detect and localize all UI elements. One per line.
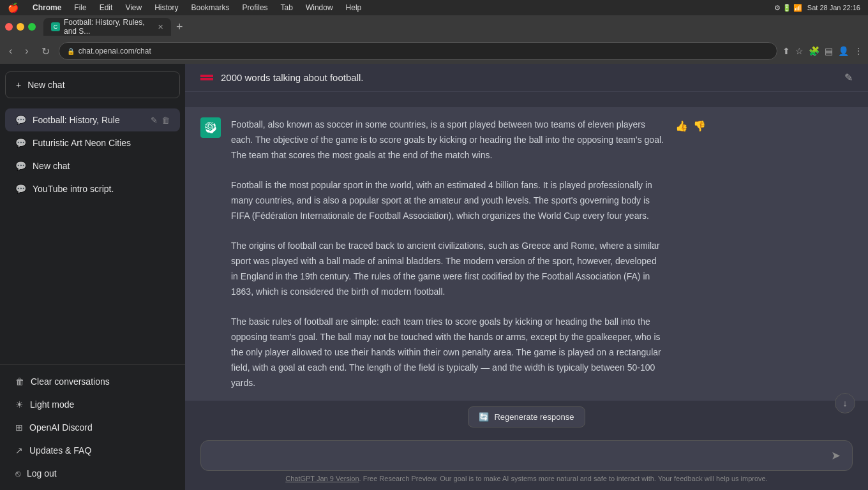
menu-window[interactable]: Window (303, 2, 336, 13)
sidebar-item-label: Football: History, Rule (33, 115, 144, 125)
menu-file[interactable]: File (71, 2, 89, 13)
menubar-left: 🍎 Chrome File Edit View History Bookmark… (8, 2, 364, 13)
external-link-icon: ↗ (15, 445, 23, 456)
sidebar: + New chat 💬 Football: History, Rule ✎ 🗑… (0, 64, 185, 490)
address-bar-row: ‹ › ↻ 🔒 chat.openai.com/chat ⬆ ☆ 🧩 ▤ 👤 ⋮ (0, 38, 868, 64)
browser-actions: ⬆ ☆ 🧩 ▤ 👤 ⋮ (782, 46, 863, 56)
menu-tab[interactable]: Tab (278, 2, 296, 13)
close-window-button[interactable] (5, 23, 13, 31)
menu-profiles[interactable]: Profiles (240, 2, 271, 13)
chat-input[interactable] (211, 450, 825, 464)
new-chat-label: New chat (27, 80, 64, 90)
disclaimer: ChatGPT Jan 9 Version. Free Research Pre… (200, 471, 853, 485)
sidebar-item-label: New chat (33, 161, 170, 171)
logout-button[interactable]: ⎋ Log out (5, 462, 180, 485)
sidebar-item-label: YouTube intro script. (33, 184, 170, 194)
tab-favicon: C (51, 22, 60, 31)
discord-button[interactable]: ⊞ OpenAI Discord (5, 416, 180, 439)
system-icons: ⚙ 🔋 📶 (774, 4, 802, 12)
share-button[interactable]: ⬆ (782, 46, 790, 56)
gpt-avatar (200, 117, 221, 138)
forward-button[interactable]: › (21, 43, 32, 59)
menu-help[interactable]: Help (343, 2, 364, 13)
clear-conversations-button[interactable]: 🗑 Clear conversations (5, 370, 180, 393)
input-box: ➤ (200, 440, 853, 471)
light-mode-button[interactable]: ☀ Light mode (5, 393, 180, 416)
chat-icon: 💬 (15, 138, 26, 148)
logout-icon: ⎋ (15, 468, 20, 479)
chat-header-right: ✎ (844, 71, 853, 84)
bookmark-button[interactable]: ☆ (795, 46, 804, 56)
discord-label: OpenAI Discord (29, 422, 93, 433)
chat-icon: 💬 (15, 161, 26, 171)
thumbs-down-button[interactable]: 👎 (693, 120, 706, 132)
chatgpt-version-link[interactable]: ChatGPT Jan 9 Version (285, 475, 359, 482)
menubar: 🍎 Chrome File Edit View History Bookmark… (0, 0, 868, 15)
paragraph-3: The origins of football can be traced ba… (231, 239, 665, 299)
edit-conversation-button[interactable]: ✎ (151, 115, 158, 125)
send-button[interactable]: ➤ (830, 447, 842, 464)
chat-header-left: 2000 words talking about football. (200, 72, 363, 83)
menu-edit[interactable]: Edit (97, 2, 116, 13)
apple-menu[interactable]: 🍎 (8, 3, 19, 13)
menu-view[interactable]: View (123, 2, 144, 13)
sidebar-item-new-chat[interactable]: 💬 New chat (5, 154, 180, 177)
clear-conversations-label: Clear conversations (31, 376, 110, 387)
message-text: Football, also known as soccer in some c… (231, 117, 665, 390)
main-content: 2000 words talking about football. ✎ Foo… (185, 64, 868, 490)
flag-icon (200, 75, 213, 80)
thumbs-up-button[interactable]: 👍 (675, 120, 688, 132)
new-tab-button[interactable]: + (174, 20, 186, 34)
input-area: ➤ ChatGPT Jan 9 Version. Free Research P… (185, 433, 868, 490)
messages-area[interactable]: Football, also known as soccer in some c… (185, 92, 868, 401)
regenerate-icon: 🔄 (479, 412, 489, 422)
sidebar-item-youtube[interactable]: 💬 YouTube intro script. (5, 177, 180, 200)
menu-bookmarks[interactable]: Bookmarks (189, 2, 232, 13)
sidebar-conversations: 💬 Football: History, Rule ✎ 🗑 💬 Futurist… (0, 106, 185, 364)
menubar-right: ⚙ 🔋 📶 Sat 28 Jan 22:16 (774, 4, 860, 12)
tab-title: Football: History, Rules, and S... (64, 18, 151, 36)
back-button[interactable]: ‹ (5, 43, 16, 59)
app-layout: + New chat 💬 Football: History, Rule ✎ 🗑… (0, 64, 868, 490)
faq-label: Updates & FAQ (29, 445, 91, 456)
light-mode-label: Light mode (30, 399, 74, 410)
logout-label: Log out (27, 468, 57, 479)
tab-bar: C Football: History, Rules, and S... ✕ + (0, 15, 868, 38)
new-chat-button[interactable]: + New chat (5, 71, 180, 98)
regenerate-button[interactable]: 🔄 Regenerate response (468, 406, 585, 427)
delete-conversation-button[interactable]: 🗑 (161, 115, 170, 125)
disclaimer-text: ChatGPT Jan 9 Version. Free Research Pre… (285, 475, 768, 482)
refresh-button[interactable]: ↻ (38, 43, 54, 60)
active-tab[interactable]: C Football: History, Rules, and S... ✕ (43, 18, 171, 36)
ssl-icon: 🔒 (67, 48, 75, 55)
chat-header: 2000 words talking about football. ✎ (185, 64, 868, 92)
profile-button[interactable]: 👤 (838, 46, 849, 56)
tab-close-button[interactable]: ✕ (158, 23, 163, 31)
maximize-window-button[interactable] (28, 23, 36, 31)
chat-icon: 💬 (15, 115, 26, 125)
faq-button[interactable]: ↗ Updates & FAQ (5, 439, 180, 462)
menu-button[interactable]: ⋮ (854, 46, 863, 56)
trash-icon: 🗑 (15, 376, 24, 387)
sidebar-toggle-button[interactable]: ▤ (825, 46, 833, 56)
sun-icon: ☀ (15, 399, 24, 410)
regenerate-label: Regenerate response (494, 412, 574, 422)
sidebar-item-futuristic[interactable]: 💬 Futuristic Art Neon Cities (5, 131, 180, 154)
message-row: Football, also known as soccer in some c… (185, 107, 868, 401)
sidebar-top: + New chat (0, 64, 185, 106)
extension-button[interactable]: 🧩 (809, 46, 819, 56)
chat-title: 2000 words talking about football. (221, 72, 363, 83)
address-bar[interactable]: 🔒 chat.openai.com/chat (59, 42, 777, 60)
scroll-to-bottom-button[interactable]: ↓ (835, 393, 855, 413)
menu-chrome[interactable]: Chrome (30, 2, 64, 13)
menu-history[interactable]: History (152, 2, 181, 13)
paragraph-2: Football is the most popular sport in th… (231, 178, 665, 223)
minimize-window-button[interactable] (17, 23, 24, 31)
paragraph-1: Football, also known as soccer in some c… (231, 117, 665, 163)
regenerate-bar: 🔄 Regenerate response (185, 401, 868, 433)
browser-chrome: C Football: History, Rules, and S... ✕ +… (0, 15, 868, 64)
traffic-lights (5, 23, 36, 31)
new-chat-plus-icon: + (16, 80, 21, 90)
sidebar-item-football[interactable]: 💬 Football: History, Rule ✎ 🗑 (5, 108, 180, 131)
edit-chat-button[interactable]: ✎ (844, 71, 853, 84)
